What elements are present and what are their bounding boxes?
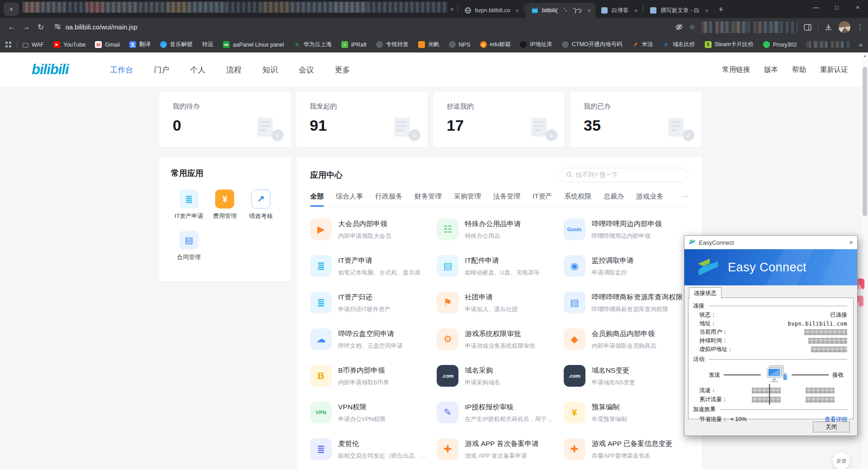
redacted-bookmark[interactable]: [806, 41, 852, 48]
app-item[interactable]: ≣ 麦哲伦 版权交易合同发起（联合出品、...: [310, 438, 435, 460]
bookmarks-overflow-icon[interactable]: »: [859, 41, 863, 48]
feedback-button[interactable]: 反馈: [833, 452, 850, 469]
bookmark-item[interactable]: CTMO开通内地号码: [562, 41, 623, 48]
quick-app-item[interactable]: ↗ 绩效考核: [245, 189, 277, 220]
bookmark-star-icon[interactable]: ☆: [689, 23, 695, 31]
header-link[interactable]: 重新认证: [820, 65, 848, 75]
site-info-icon[interactable]: [54, 23, 61, 31]
app-item[interactable]: ⚙ 游戏系统权限审批 申请游戏业务系统权限审批: [437, 328, 561, 350]
minimize-button[interactable]: —: [806, 0, 826, 14]
category-tab[interactable]: 采购管理: [454, 192, 481, 206]
header-link[interactable]: 帮助: [792, 65, 806, 75]
header-link[interactable]: 常用链接: [722, 65, 750, 75]
stat-card[interactable]: 我发起的 91 +: [296, 91, 428, 147]
downloads-icon[interactable]: [825, 24, 832, 31]
app-item[interactable]: ☷ 特殊办公用品申请 特殊办公用品: [437, 218, 561, 240]
bookmark-item[interactable]: NPS: [449, 41, 471, 48]
app-item[interactable]: ≣ IT资产申请 如笔记本电脑、台式机、显示器: [310, 255, 435, 277]
header-link[interactable]: 版本: [764, 65, 778, 75]
bookmark-item[interactable]: ↗ 米法: [632, 41, 653, 48]
bookmark-item[interactable]: aa aaPanel Linux panel: [223, 41, 284, 48]
app-item[interactable]: Goods 哔哩哔哩周边内部申领 哔哩哔哩周边内部申领: [564, 218, 689, 240]
tab-blog[interactable]: 白博客 ×: [595, 3, 642, 18]
category-tab[interactable]: 全部: [310, 192, 324, 206]
quick-app-item[interactable]: ▤ 合同管理: [173, 231, 205, 261]
app-search-input[interactable]: 找不到? 搜一下: [559, 168, 689, 182]
url-text[interactable]: oa.bilibili.co/wui/main.jsp: [66, 24, 137, 31]
bookmark-item[interactable]: 光帆: [418, 41, 439, 48]
bookmark-item[interactable]: ✈ 域名比价: [663, 41, 695, 48]
nav-item[interactable]: 门户: [154, 65, 170, 75]
tab-bilibili-active[interactable]: bilibili( ゜- ゜)つ ×: [526, 3, 595, 18]
nav-item[interactable]: 流程: [226, 65, 242, 75]
bookmark-item[interactable]: ≡ iPRaft: [341, 41, 367, 48]
app-item[interactable]: ◆ 会员购商品内部申领 内部申请领取会员购商品: [564, 328, 689, 350]
app-item[interactable]: B B币券内部申领 内部申请领取B币券: [310, 365, 435, 387]
profile-avatar[interactable]: [839, 21, 850, 33]
redacted-tabs[interactable]: [23, 2, 448, 13]
category-tab[interactable]: 游戏业务: [636, 192, 663, 206]
bookmark-item[interactable]: M Gmail: [95, 41, 120, 48]
app-item[interactable]: ◉ 监控调取申请 申请调取监控: [564, 255, 689, 277]
connection-status-tab[interactable]: 连接状态: [689, 287, 722, 298]
tab-search-button[interactable]: ∨: [4, 2, 19, 16]
apps-grid-icon[interactable]: [5, 42, 11, 47]
reload-button[interactable]: ↻: [33, 23, 48, 32]
quick-app-item[interactable]: ≣ IT资产申请: [173, 189, 205, 220]
eye-off-icon[interactable]: [675, 24, 683, 31]
bookmark-item[interactable]: ▶ YouTube: [53, 41, 85, 48]
bookmark-item[interactable]: ♪ 音乐解锁: [160, 41, 193, 48]
bookmark-item[interactable]: ✳ 华为云上海: [293, 41, 332, 48]
close-tab-icon[interactable]: ×: [634, 7, 638, 14]
app-item[interactable]: .com 域名采购 申请采购域名: [437, 365, 561, 387]
category-tab[interactable]: 总裁办: [604, 192, 624, 206]
app-item[interactable]: ≣ IT资产归还 申请归还IT硬件资产: [310, 292, 435, 313]
tab-bvpn[interactable]: bvpn.bilibili.co ×: [459, 3, 524, 18]
close-tab-icon[interactable]: ×: [450, 6, 454, 13]
category-tab[interactable]: 财务管理: [415, 192, 442, 206]
maximize-button[interactable]: □: [826, 0, 847, 14]
close-tab-icon[interactable]: ×: [515, 7, 519, 14]
close-button[interactable]: 关闭: [813, 422, 850, 432]
side-panel-icon[interactable]: [804, 24, 811, 31]
scrollbar-thumb[interactable]: [863, 67, 867, 216]
nav-item[interactable]: 更多: [335, 65, 350, 75]
app-item[interactable]: ✚ 游戏 APP 已备案信息变更 存量APP新增渠道包名: [564, 438, 689, 460]
app-item[interactable]: ✚ 游戏 APP 首次备案申请 游戏 APP 首次备案申请: [437, 438, 561, 460]
bookmark-item[interactable]: Proxy302: [763, 41, 797, 48]
category-tab[interactable]: 系统权限: [564, 192, 591, 206]
bookmark-item[interactable]: 文 翻译: [129, 41, 151, 48]
app-item[interactable]: ✎ IP授权报价审核 在产生IP授权相关商机后，用于...: [437, 402, 561, 423]
app-item[interactable]: .com 域名NS变更 申请域名NS变更: [564, 365, 689, 387]
bookmark-item[interactable]: 专线转发: [376, 41, 409, 48]
bookmark-item[interactable]: IP地址库: [520, 41, 552, 48]
bookmark-item[interactable]: @ edu邮箱: [480, 41, 511, 48]
stat-card[interactable]: 我的待办 0 +: [159, 91, 291, 147]
app-item[interactable]: ☁ 哔哔云盘空间申请 哔哔文档、云盘空间申请: [310, 328, 435, 350]
forward-button[interactable]: →: [19, 23, 33, 32]
nav-item[interactable]: 工作台: [110, 65, 133, 75]
stat-card[interactable]: 抄送我的 17 +: [433, 91, 565, 147]
bilibili-logo[interactable]: bilibili: [32, 62, 69, 78]
app-item[interactable]: ¥ 预算编制 年度预算编制: [564, 402, 689, 423]
category-tab[interactable]: 法务管理: [493, 192, 520, 206]
close-tab-icon[interactable]: ×: [705, 7, 708, 14]
nav-item[interactable]: 个人: [190, 65, 206, 75]
category-tab[interactable]: IT资产: [533, 192, 552, 206]
app-item[interactable]: ▶ 大会员内部申领 内部申请领取大会员: [310, 218, 435, 240]
quick-app-item[interactable]: ¥ 费用管理: [208, 189, 241, 220]
bookmark-item[interactable]: WAF: [23, 42, 44, 48]
app-item[interactable]: ⚑ 社团申请 申请加入、退出社团: [437, 292, 561, 313]
stat-card[interactable]: 我的已办 35 ✓: [570, 91, 702, 147]
category-tab[interactable]: 综合人事: [336, 192, 363, 206]
close-dialog-icon[interactable]: ×: [849, 239, 853, 246]
address-bar[interactable]: oa.bilibili.co/wui/main.jsp: [54, 23, 675, 31]
new-tab-button[interactable]: +: [715, 3, 727, 16]
close-tab-icon[interactable]: ×: [587, 7, 591, 14]
tab-new-post[interactable]: 撰写新文章 - 白 ×: [644, 3, 713, 18]
category-tab[interactable]: 行政服务: [375, 192, 402, 206]
tabs-more-icon[interactable]: ⋯: [682, 192, 689, 206]
app-item[interactable]: ▤ 哔哩哔哩商标资源库查询权限 哔哩哔哩商标资源库查询权限: [564, 292, 689, 313]
page-scrollbar[interactable]: ▲: [862, 52, 868, 469]
redacted-extensions[interactable]: [702, 21, 797, 33]
